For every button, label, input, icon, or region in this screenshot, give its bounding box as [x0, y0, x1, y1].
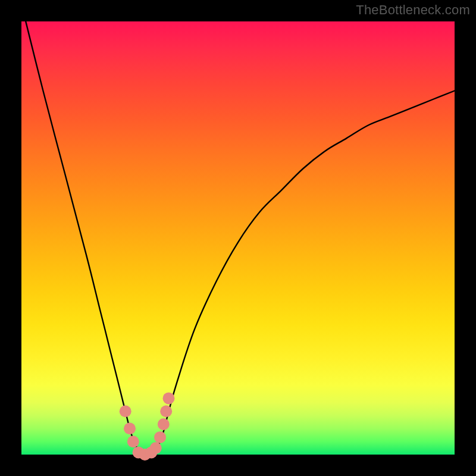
- bottleneck-curve: [21, 4, 455, 455]
- chart-frame: TheBottleneck.com: [0, 0, 476, 476]
- watermark-text: TheBottleneck.com: [356, 2, 470, 18]
- bottleneck-markers: [120, 392, 175, 461]
- marker-dot: [120, 405, 131, 417]
- marker-dot: [127, 436, 139, 447]
- marker-dot: [163, 392, 175, 404]
- marker-dot: [150, 442, 162, 454]
- marker-dot: [160, 405, 172, 417]
- marker-dot: [154, 431, 166, 443]
- chart-plot-area: [21, 21, 455, 455]
- marker-dot: [124, 422, 136, 434]
- marker-dot: [158, 418, 170, 430]
- chart-svg: [21, 21, 455, 455]
